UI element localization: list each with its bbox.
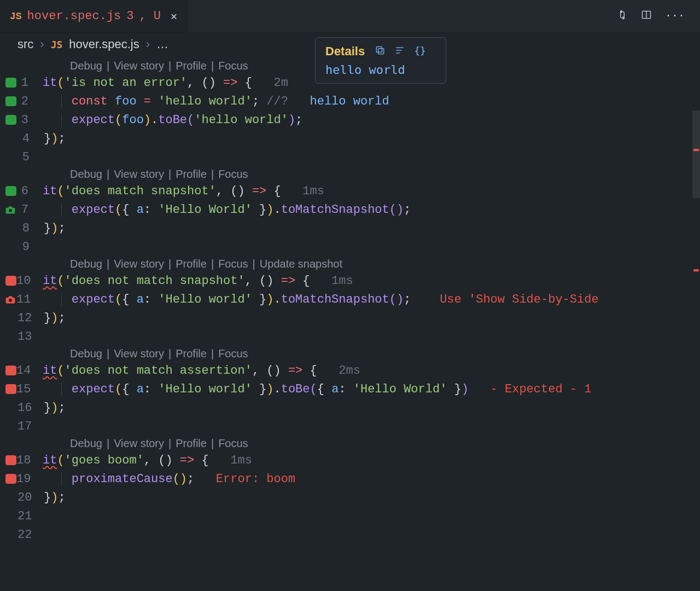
code-line[interactable]: 7 expect({ a: 'Hello World' }).toMatchSn…: [0, 200, 700, 219]
line-number: 14: [16, 364, 43, 378]
svg-point-7: [9, 209, 12, 212]
test-fail-indicator[interactable]: [5, 366, 16, 375]
codelens-item[interactable]: Focus: [218, 168, 248, 181]
test-pass-indicator[interactable]: [5, 96, 16, 106]
inline-error[interactable]: - Expected - 1: [469, 383, 591, 396]
code-line[interactable]: 9: [0, 237, 700, 256]
test-timing: 2ms: [317, 364, 360, 378]
compare-changes-icon[interactable]: [617, 9, 628, 24]
overview-ruler-error[interactable]: [693, 269, 699, 271]
codelens-item[interactable]: Focus: [218, 60, 248, 72]
line-number: 7: [16, 203, 43, 217]
codelens-item[interactable]: View story: [114, 437, 164, 450]
codelens-item[interactable]: View story: [114, 347, 164, 360]
codelens-item[interactable]: Profile: [176, 258, 207, 270]
line-number: 12: [18, 311, 44, 325]
breadcrumb-segment[interactable]: …: [156, 37, 168, 51]
test-fail-indicator[interactable]: [5, 474, 16, 484]
test-fail-indicator[interactable]: [5, 276, 16, 286]
breadcrumb-segment[interactable]: hover.spec.js: [69, 37, 139, 51]
code-line[interactable]: 18 it('goes boom', () => { 1ms: [0, 451, 700, 470]
svg-rect-3: [376, 47, 382, 52]
code-line[interactable]: 17: [0, 417, 700, 436]
code-line[interactable]: 6 it('does match snapshot', () => { 1ms: [0, 182, 700, 200]
close-tab-icon[interactable]: ✕: [171, 9, 177, 23]
code-line[interactable]: 14 it('does not match assertion', () => …: [0, 361, 700, 380]
snapshot-camera-icon[interactable]: [4, 294, 16, 304]
codelens: Debug| View story| Profile| Focus: [0, 436, 700, 451]
code-line[interactable]: 20 });: [0, 488, 700, 507]
js-file-icon: JS: [51, 39, 63, 50]
line-number: 15: [16, 383, 43, 396]
snapshot-camera-icon[interactable]: [4, 205, 16, 215]
hover-details-popup: Details {} hello world: [315, 37, 446, 84]
codelens-item[interactable]: Focus: [218, 347, 248, 360]
code-line[interactable]: 13: [0, 327, 700, 346]
tab-bar: JS hover.spec.js 3, U ✕ ···: [0, 0, 700, 33]
code-line[interactable]: 15 expect({ a: 'Hello world' }).toBe({ a…: [0, 380, 700, 398]
codelens-item[interactable]: View story: [114, 168, 164, 181]
line-number: 13: [18, 330, 44, 344]
codelens-item[interactable]: Profile: [176, 347, 207, 360]
code-line[interactable]: 3 expect(foo).toBe('hello world');: [0, 111, 700, 129]
codelens-item[interactable]: Debug: [70, 60, 102, 72]
code-line[interactable]: 4 });: [0, 129, 700, 148]
test-fail-indicator[interactable]: [5, 384, 16, 394]
code-line[interactable]: 19 proximateCause(); Error: boom: [0, 470, 700, 488]
split-editor-icon[interactable]: [641, 9, 652, 24]
more-actions-icon[interactable]: ···: [665, 9, 685, 24]
inline-value[interactable]: hello world: [310, 95, 389, 108]
test-fail-indicator[interactable]: [5, 455, 16, 465]
codelens: Debug| View story| Profile| Focus: [0, 346, 700, 361]
code-line[interactable]: 21: [0, 507, 700, 525]
code-line[interactable]: 11 expect({ a: 'Hello world' }).toMatchS…: [0, 290, 700, 309]
code-line[interactable]: 12 });: [0, 309, 700, 327]
code-line[interactable]: 8 });: [0, 219, 700, 237]
copy-icon[interactable]: [375, 45, 386, 59]
line-number: 5: [18, 150, 44, 164]
inline-error[interactable]: Error: boom: [194, 472, 295, 486]
test-timing: 1ms: [281, 184, 324, 198]
codelens-item[interactable]: Profile: [176, 60, 207, 72]
svg-point-8: [9, 299, 12, 302]
codelens-item[interactable]: Debug: [70, 437, 102, 450]
tab-problems-count: 3: [126, 9, 133, 23]
overview-ruler-error[interactable]: [693, 149, 699, 151]
codelens-item[interactable]: Focus: [218, 437, 248, 450]
test-pass-indicator[interactable]: [5, 115, 16, 125]
inline-error[interactable]: Use 'Show Side-by-Side: [411, 293, 598, 306]
codelens-item[interactable]: Debug: [70, 258, 102, 270]
code-line[interactable]: 22: [0, 525, 700, 544]
codelens-item[interactable]: View story: [114, 258, 164, 270]
test-pass-indicator[interactable]: [5, 78, 16, 88]
test-pass-indicator[interactable]: [5, 186, 16, 196]
line-number: 8: [18, 222, 44, 235]
line-number: 10: [16, 274, 43, 288]
line-number: 4: [18, 132, 44, 146]
codelens-item[interactable]: View story: [114, 60, 164, 72]
codelens-item[interactable]: Debug: [70, 168, 102, 181]
codelens-item[interactable]: Profile: [176, 168, 207, 181]
scrollbar-thumb[interactable]: [692, 111, 700, 198]
breadcrumb-segment[interactable]: src: [18, 37, 33, 51]
code-line[interactable]: 10 it('does not match snapshot', () => {…: [0, 271, 700, 290]
text-compare-icon[interactable]: [394, 45, 405, 59]
code-editor[interactable]: Details {} hello world Debug| View story…: [0, 56, 700, 544]
json-braces-icon[interactable]: {}: [414, 45, 426, 59]
codelens-item[interactable]: Debug: [70, 347, 102, 360]
code-line[interactable]: 16 });: [0, 398, 700, 417]
code-line[interactable]: 5: [0, 148, 700, 166]
codelens-item[interactable]: Update snapshot: [260, 258, 342, 270]
editor-tab[interactable]: JS hover.spec.js 3, U ✕: [0, 0, 188, 32]
hover-title: Details: [325, 44, 365, 59]
chevron-right-icon: ›: [146, 37, 150, 51]
line-number: 2: [16, 95, 43, 108]
codelens-item[interactable]: Profile: [176, 437, 207, 450]
codelens-item[interactable]: Focus: [218, 258, 248, 270]
line-number: 19: [16, 472, 43, 486]
js-file-icon: JS: [10, 11, 22, 22]
line-number: 21: [18, 509, 44, 523]
tab-git-status: , U: [139, 9, 161, 23]
code-line[interactable]: 2 const foo = 'hello world'; //? hello w…: [0, 92, 700, 111]
test-timing: 1ms: [209, 454, 252, 467]
